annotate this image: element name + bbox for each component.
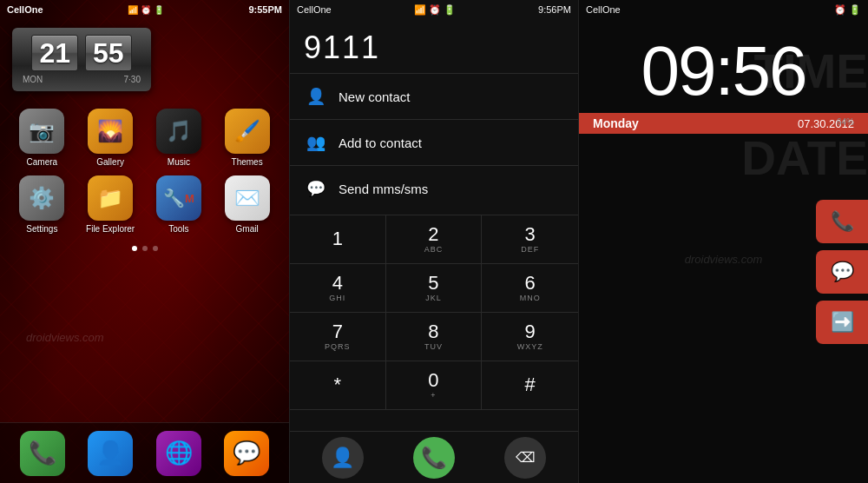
key-star-main: * bbox=[334, 375, 342, 394]
battery-percentage: 64% bbox=[837, 117, 854, 127]
key-3-main: 3 bbox=[525, 225, 536, 244]
key-2-sub: ABC bbox=[424, 245, 444, 254]
page-dots bbox=[0, 246, 289, 251]
battery-icon: 🔋 bbox=[154, 5, 164, 15]
key-8-main: 8 bbox=[428, 322, 438, 341]
clock-time-display: 21 55 bbox=[23, 35, 141, 71]
gmail-label: Gmail bbox=[236, 224, 259, 234]
key-hash[interactable]: # bbox=[482, 361, 578, 410]
lock-battery-icon: 🔋 bbox=[849, 4, 861, 15]
lock-date-word: DATE bbox=[741, 135, 868, 182]
home-status-icons: 📶 ⏰ 🔋 bbox=[128, 5, 164, 15]
key-9-main: 9 bbox=[525, 322, 536, 341]
key-7-sub: PQRS bbox=[325, 342, 351, 351]
gallery-icon: 🌄 bbox=[88, 109, 133, 154]
clock-bottom-row: MON 7·30 bbox=[23, 75, 141, 84]
lock-sms-button[interactable]: 💬 bbox=[816, 250, 868, 294]
dialer-number-display: 9111 bbox=[290, 19, 578, 73]
home-time: 9:55PM bbox=[248, 4, 282, 15]
add-contact-option[interactable]: 👥 Add to contact bbox=[290, 119, 578, 165]
dock-sms-button[interactable]: 💬 bbox=[224, 431, 269, 476]
add-contact-label: Add to contact bbox=[339, 136, 422, 150]
dialer-call-button[interactable]: 📞 bbox=[413, 437, 455, 479]
send-mms-option[interactable]: 💬 Send mms/sms bbox=[290, 165, 578, 211]
key-3[interactable]: 3 DEF bbox=[482, 215, 578, 264]
key-star[interactable]: * bbox=[290, 361, 386, 410]
key-3-sub: DEF bbox=[521, 245, 539, 254]
key-8[interactable]: 8 TUV bbox=[386, 313, 483, 361]
key-hash-main: # bbox=[525, 375, 536, 394]
key-1-main: 1 bbox=[332, 229, 343, 248]
key-5[interactable]: 5 JKL bbox=[386, 264, 483, 313]
key-4-sub: GHI bbox=[329, 294, 345, 302]
new-contact-option[interactable]: 👤 New contact bbox=[290, 73, 578, 119]
settings-icon: ⚙️ bbox=[19, 175, 64, 221]
lock-day: Monday bbox=[593, 116, 639, 130]
lock-status-bar: CellOne ⏰ 🔋 bbox=[579, 0, 868, 19]
new-contact-icon: 👤 bbox=[304, 84, 328, 109]
key-0-main: 0 bbox=[428, 371, 438, 390]
dialer-status-bar: CellOne 📶 ⏰ 🔋 9:56PM bbox=[290, 0, 578, 19]
lock-time-word: TIME bbox=[754, 48, 868, 96]
key-2-main: 2 bbox=[428, 225, 438, 244]
explorer-icon: 📁 bbox=[88, 175, 133, 221]
camera-label: Camera bbox=[27, 157, 58, 167]
dialer-signal-icon: 📶 bbox=[414, 4, 426, 15]
dialer-panel: CellOne 📶 ⏰ 🔋 9:56PM 9111 👤 New contact … bbox=[289, 0, 579, 483]
send-mms-label: Send mms/sms bbox=[339, 182, 428, 196]
new-contact-label: New contact bbox=[339, 89, 411, 104]
app-camera[interactable]: 📷 Camera bbox=[12, 109, 72, 167]
app-settings[interactable]: ⚙️ Settings bbox=[12, 175, 72, 234]
key-6[interactable]: 6 MNO bbox=[482, 264, 578, 313]
app-tools[interactable]: 🔧M Tools bbox=[149, 175, 209, 234]
key-9[interactable]: 9 WXYZ bbox=[482, 313, 578, 361]
dock-browser-button[interactable]: 🌐 bbox=[156, 431, 201, 476]
themes-icon: 🖌️ bbox=[225, 109, 270, 154]
app-file-explorer[interactable]: 📁 File Explorer bbox=[81, 175, 141, 234]
key-1[interactable]: 1 bbox=[290, 215, 386, 264]
dialer-carrier: CellOne bbox=[297, 4, 332, 15]
clock-date: 7·30 bbox=[124, 75, 141, 84]
lock-carrier: CellOne bbox=[586, 4, 621, 15]
dialer-delete-button[interactable]: ⌫ bbox=[504, 437, 546, 479]
dialer-contacts-button[interactable]: 👤 bbox=[322, 437, 364, 479]
dock-contacts-button[interactable]: 👤 bbox=[88, 431, 133, 476]
app-music[interactable]: 🎵 Music bbox=[149, 109, 209, 167]
key-0[interactable]: 0 + bbox=[386, 361, 483, 410]
key-8-sub: TUV bbox=[424, 342, 443, 351]
home-screen-panel: CellOne 📶 ⏰ 🔋 9:55PM 21 55 MON 7·30 droi… bbox=[0, 0, 289, 483]
home-status-bar: CellOne 📶 ⏰ 🔋 9:55PM bbox=[0, 0, 289, 19]
app-gmail[interactable]: ✉️ Gmail bbox=[217, 175, 277, 234]
key-2[interactable]: 2 ABC bbox=[386, 215, 483, 264]
clock-hour1: 21 bbox=[31, 35, 78, 71]
lock-status-icons: ⏰ 🔋 bbox=[834, 4, 861, 16]
app-grid: 📷 Camera 🌄 Gallery 🎵 Music 🖌️ Themes ⚙️ … bbox=[0, 100, 289, 242]
key-4[interactable]: 4 GHI bbox=[290, 264, 386, 313]
key-5-main: 5 bbox=[428, 274, 438, 293]
dot-1 bbox=[132, 246, 137, 251]
lock-action-buttons: 📞 💬 ➡️ bbox=[816, 200, 868, 344]
key-6-main: 6 bbox=[525, 274, 536, 293]
tools-label: Tools bbox=[168, 224, 188, 234]
music-icon: 🎵 bbox=[156, 109, 201, 154]
clock-hour2: 55 bbox=[85, 35, 132, 71]
key-7[interactable]: 7 PQRS bbox=[290, 313, 386, 361]
music-label: Music bbox=[168, 157, 190, 167]
key-6-sub: MNO bbox=[520, 294, 541, 302]
gmail-icon: ✉️ bbox=[225, 175, 270, 221]
lock-unlock-button[interactable]: ➡️ bbox=[816, 301, 868, 344]
keypad: 1 2 ABC 3 DEF 4 GHI 5 JKL 6 MNO 7 PQRS 8 bbox=[290, 215, 578, 410]
lock-call-button[interactable]: 📞 bbox=[816, 200, 868, 243]
themes-label: Themes bbox=[232, 157, 263, 167]
app-themes[interactable]: 🖌️ Themes bbox=[217, 109, 277, 167]
app-gallery[interactable]: 🌄 Gallery bbox=[81, 109, 141, 167]
add-contact-icon: 👥 bbox=[304, 130, 328, 155]
send-mms-icon: 💬 bbox=[304, 176, 328, 201]
dock-phone-button[interactable]: 📞 bbox=[20, 431, 65, 476]
key-0-sub: + bbox=[431, 391, 436, 400]
battery-pct-text: 64% bbox=[837, 117, 854, 127]
key-7-main: 7 bbox=[332, 322, 343, 341]
explorer-label: File Explorer bbox=[86, 224, 135, 234]
key-5-sub: JKL bbox=[425, 294, 442, 302]
signal-icon: 📶 bbox=[128, 5, 138, 15]
